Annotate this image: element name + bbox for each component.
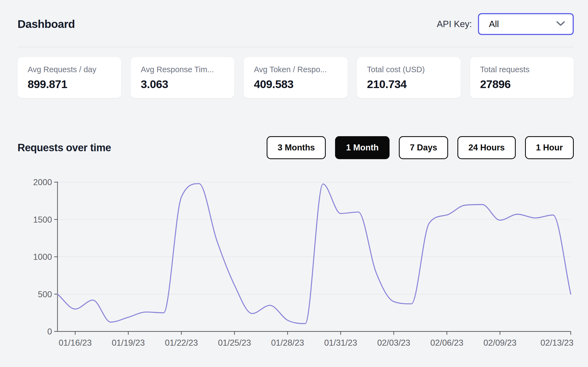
api-key-group: API Key: All xyxy=(437,13,574,35)
line-chart-canvas: 050010001500200001/16/2301/19/2301/22/23… xyxy=(0,172,588,364)
requests-over-time-chart: 050010001500200001/16/2301/19/2301/22/23… xyxy=(0,172,588,364)
page-title: Dashboard xyxy=(18,18,75,31)
api-key-label: API Key: xyxy=(437,19,472,29)
api-key-selected-value: All xyxy=(489,19,499,29)
x-tick-label: 02/03/23 xyxy=(377,338,410,348)
stat-value: 210.734 xyxy=(367,78,451,91)
range-button-7-days[interactable]: 7 Days xyxy=(399,136,448,159)
chart-section-title: Requests over time xyxy=(18,142,111,154)
stat-card-total-requests: Total requests 27896 xyxy=(470,57,574,98)
requests-line-series xyxy=(57,184,571,324)
y-tick-label: 1000 xyxy=(33,252,52,262)
x-tick-label: 02/06/23 xyxy=(430,338,463,348)
stat-label: Avg Response Tim... xyxy=(141,65,224,74)
x-tick-label: 01/25/23 xyxy=(218,338,251,348)
api-key-select[interactable]: All xyxy=(478,13,574,35)
stat-card-avg-requests: Avg Requests / day 899.871 xyxy=(18,57,121,98)
stat-label: Total cost (USD) xyxy=(367,65,451,74)
stat-label: Total requests xyxy=(480,65,564,74)
x-tick-label: 01/31/23 xyxy=(324,338,357,348)
y-tick-label: 0 xyxy=(47,327,52,336)
stat-label: Avg Requests / day xyxy=(28,65,111,74)
time-range-buttons: 3 Months 1 Month 7 Days 24 Hours 1 Hour xyxy=(267,136,574,159)
x-tick-label: 01/28/23 xyxy=(271,338,304,348)
x-tick-label: 01/16/23 xyxy=(59,338,92,348)
stat-label: Avg Token / Respo... xyxy=(254,65,337,74)
stat-value: 27896 xyxy=(480,78,564,91)
y-tick-label: 500 xyxy=(38,290,52,299)
stat-value: 409.583 xyxy=(254,78,337,91)
stat-value: 899.871 xyxy=(28,78,111,91)
y-tick-label: 1500 xyxy=(33,215,52,225)
header: Dashboard API Key: All xyxy=(18,10,574,38)
stat-cards: Avg Requests / day 899.871 Avg Response … xyxy=(18,57,574,98)
x-tick-label: 01/22/23 xyxy=(165,338,198,348)
range-button-1-hour[interactable]: 1 Hour xyxy=(525,136,574,159)
y-tick-label: 2000 xyxy=(33,177,52,187)
chevron-down-icon xyxy=(556,21,565,27)
range-button-1-month[interactable]: 1 Month xyxy=(335,136,390,159)
stat-value: 3.063 xyxy=(141,78,224,91)
range-button-24-hours[interactable]: 24 Hours xyxy=(457,136,516,159)
x-tick-label: 02/13/23 xyxy=(540,338,573,348)
stat-card-avg-response-time: Avg Response Tim... 3.063 xyxy=(131,57,234,98)
x-tick-label: 01/19/23 xyxy=(112,338,145,348)
stat-card-total-cost: Total cost (USD) 210.734 xyxy=(357,57,461,98)
chart-section-header: Requests over time 3 Months 1 Month 7 Da… xyxy=(18,136,574,159)
range-button-3-months[interactable]: 3 Months xyxy=(267,136,326,159)
header-divider xyxy=(18,47,574,47)
x-tick-label: 02/09/23 xyxy=(483,338,517,348)
stat-card-avg-token: Avg Token / Respo... 409.583 xyxy=(244,57,347,98)
